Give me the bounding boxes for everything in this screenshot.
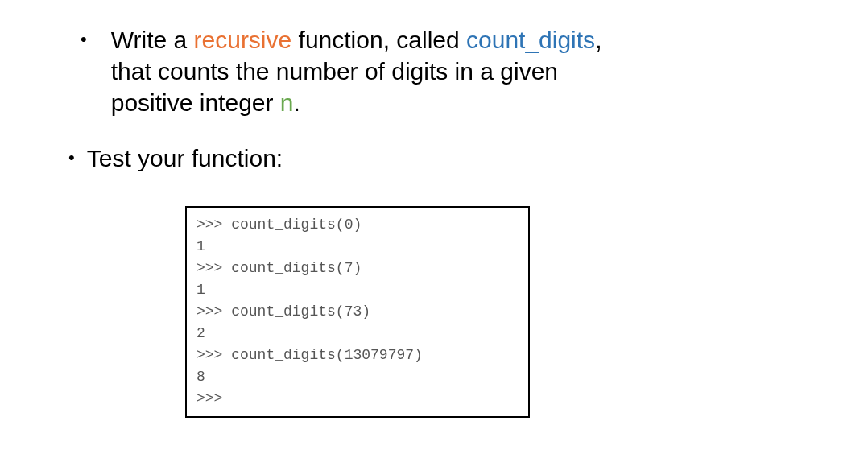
code-line: >>> count_digits(7) xyxy=(196,258,519,279)
text-segment: , xyxy=(595,27,601,53)
bullet-text-1: Write a recursive function, called count… xyxy=(111,24,602,118)
bullet-text-2: Test your function: xyxy=(87,142,283,174)
code-line: >>> xyxy=(196,388,519,410)
slide-content: • Write a recursive function, called cou… xyxy=(0,0,868,442)
text-segment: positive integer xyxy=(111,89,280,116)
bullet-item-1: • Write a recursive function, called cou… xyxy=(81,24,820,118)
variable-n: n xyxy=(280,89,294,116)
code-line: 8 xyxy=(196,366,519,388)
code-line: >>> count_digits(13079797) xyxy=(196,345,519,366)
text-segment: Test your function: xyxy=(87,145,283,171)
keyword-recursive: recursive xyxy=(194,27,292,53)
function-name: count_digits xyxy=(466,27,595,53)
text-segment: function, called xyxy=(291,27,466,53)
text-segment: that counts the number of digits in a gi… xyxy=(111,58,558,85)
code-line: 1 xyxy=(196,236,519,258)
code-line: 2 xyxy=(196,323,519,345)
code-line: 1 xyxy=(196,279,519,301)
code-line: >>> count_digits(0) xyxy=(196,214,519,236)
bullet-dot-icon: • xyxy=(81,27,87,52)
text-segment: . xyxy=(294,89,300,116)
code-box: >>> count_digits(0) 1 >>> count_digits(7… xyxy=(185,206,530,418)
code-line: >>> count_digits(73) xyxy=(196,301,519,323)
bullet-item-2: • Test your function: xyxy=(81,142,820,174)
text-segment: Write a xyxy=(111,27,194,53)
bullet-dot-icon: • xyxy=(68,146,75,171)
